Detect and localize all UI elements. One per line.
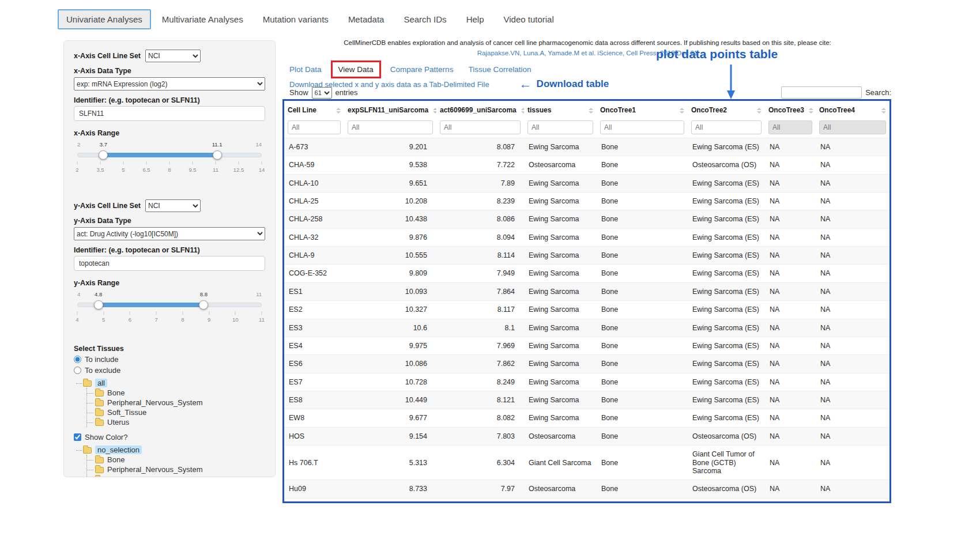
tab-help[interactable]: Help xyxy=(458,9,493,29)
table-cell: 7.89 xyxy=(436,174,524,192)
x-data-type-select[interactable]: exp: mRNA Expression (log2) xyxy=(74,77,265,90)
table-row: ES110.0937.864Ewing SarcomaBoneEwing Sar… xyxy=(284,282,889,300)
slider-tick-label: 9 xyxy=(208,316,210,323)
table-cell: NA xyxy=(816,498,889,503)
slider-tick-label: 7 xyxy=(154,316,157,323)
tab-metadata[interactable]: Metadata xyxy=(340,9,393,29)
slider-tick-label: 5 xyxy=(102,316,105,323)
table-cell: Bone xyxy=(597,409,688,427)
sort-icon[interactable] xyxy=(809,108,813,114)
tree-node-all[interactable]: all xyxy=(75,378,265,388)
slider-tick-label: 11 xyxy=(259,316,265,323)
tab-video-tutorial[interactable]: Video tutorial xyxy=(495,9,562,29)
filter-input-cell-line[interactable] xyxy=(288,120,341,134)
column-header-exp[interactable]: expSLFN11_uniSarcoma xyxy=(344,101,436,119)
tree-node-peripheral-nervous-system[interactable]: Peripheral_Nervous_System xyxy=(87,465,265,474)
tree-node-bone[interactable]: Bone xyxy=(87,388,265,398)
filter-input-oncotree2[interactable] xyxy=(691,120,762,134)
slider-handle-from[interactable] xyxy=(94,300,103,310)
subtab-tissue-correlation[interactable]: Tissue Correlation xyxy=(468,65,531,74)
tree-node-bone[interactable]: Bone xyxy=(87,455,265,465)
slider-tick-label: 11 xyxy=(213,167,218,173)
table-cell: 9.154 xyxy=(344,427,436,445)
show-color-checkbox[interactable] xyxy=(74,433,81,441)
folder-icon xyxy=(95,420,104,426)
column-header-tissues[interactable]: tissues xyxy=(524,101,597,119)
sort-icon[interactable] xyxy=(521,108,524,114)
y-identifier-input[interactable] xyxy=(74,256,265,271)
y-cell-line-set-select[interactable]: NCI xyxy=(145,199,201,212)
slider-handle-from[interactable] xyxy=(99,150,108,160)
citation-text: CellMinerCDB enables exploration and ana… xyxy=(284,38,891,48)
tab-mutation-variants[interactable]: Mutation variants xyxy=(254,9,337,29)
tree-node-peripheral-nervous-system[interactable]: Peripheral_Nervous_System xyxy=(87,398,265,407)
to-include-radio[interactable] xyxy=(74,356,81,363)
filter-input-oncotree1[interactable] xyxy=(600,120,684,134)
table-cell: NA xyxy=(816,247,889,265)
filter-input-act[interactable] xyxy=(440,120,521,134)
y-range-slider[interactable]: 4 11 4.8 8.8 4567891011 xyxy=(77,300,262,332)
subtab-plot-data[interactable]: Plot Data xyxy=(289,65,322,74)
table-cell: Bone xyxy=(597,192,688,210)
search-label: Search: xyxy=(865,88,891,97)
sort-icon[interactable] xyxy=(757,108,762,114)
entries-suffix-label: entries xyxy=(336,88,358,97)
y-data-type-select[interactable]: act: Drug Activity (-log10[IC50M]) xyxy=(74,227,265,240)
table-cell: 5.313 xyxy=(344,446,436,480)
search-input[interactable] xyxy=(781,86,862,99)
slider-handle-to[interactable] xyxy=(213,150,222,160)
table-body: A-6739.2018.087Ewing SarcomaBoneEwing Sa… xyxy=(284,138,889,503)
tab-multivariate-analyses[interactable]: Multivariate Analyses xyxy=(153,9,252,29)
to-exclude-radio[interactable] xyxy=(74,367,81,374)
x-range-to-label: 11.1 xyxy=(212,141,223,148)
table-cell: 8.082 xyxy=(436,409,524,427)
table-cell: 7.371 xyxy=(436,498,524,503)
table-row: EW89.6778.082Ewing SarcomaBoneEwing Sarc… xyxy=(284,409,889,427)
filter-input-tissues[interactable] xyxy=(527,120,593,134)
slider-tick-label: 6 xyxy=(129,316,131,323)
table-cell: Bone xyxy=(597,446,688,480)
table-cell: 7.862 xyxy=(436,355,524,373)
slider-handle-to[interactable] xyxy=(199,300,208,310)
column-header-oncotree4[interactable]: OncoTree4 xyxy=(816,101,889,119)
x-range-min-label: 2 xyxy=(77,141,80,148)
top-navigation: Univariate Analyses Multivariate Analyse… xyxy=(58,9,565,29)
table-cell: KHOS NP xyxy=(284,498,344,503)
tree-node-soft-tissue[interactable]: Soft_Tissue xyxy=(87,407,265,417)
tree-node-no-selection[interactable]: no_selection xyxy=(75,445,265,455)
sort-icon[interactable] xyxy=(589,108,593,114)
x-range-slider[interactable]: 2 14 3.7 11.1 23.556.589.51112.514 xyxy=(77,150,262,182)
column-header-oncotree1[interactable]: OncoTree1 xyxy=(597,101,688,119)
table-cell: NA xyxy=(816,355,889,373)
tab-search-ids[interactable]: Search IDs xyxy=(395,9,455,29)
column-header-cell-line[interactable]: Cell Line xyxy=(284,101,344,119)
table-cell: ES1 xyxy=(284,282,344,300)
folder-icon xyxy=(95,467,104,473)
table-cell: NA xyxy=(765,301,816,319)
filter-input-exp[interactable] xyxy=(348,120,433,134)
column-header-act[interactable]: act609699_uniSarcoma xyxy=(436,101,524,119)
column-header-oncotree3[interactable]: OncoTree3 xyxy=(765,101,816,119)
table-cell: 9.876 xyxy=(344,228,436,246)
sort-icon[interactable] xyxy=(336,108,341,114)
column-header-oncotree2[interactable]: OncoTree2 xyxy=(688,101,765,119)
table-cell: 7.969 xyxy=(436,337,524,354)
sort-icon[interactable] xyxy=(881,108,886,114)
table-cell: ES2 xyxy=(284,301,344,319)
x-cell-line-set-select[interactable]: NCI xyxy=(145,50,201,62)
table-row: ES710.7288.249Ewing SarcomaBoneEwing Sar… xyxy=(284,373,889,391)
x-identifier-input[interactable] xyxy=(74,106,265,121)
subtab-compare-patterns[interactable]: Compare Patterns xyxy=(390,65,454,74)
table-cell: Ewing Sarcoma xyxy=(524,228,597,246)
sort-icon[interactable] xyxy=(680,108,684,114)
table-cell: NA xyxy=(765,192,816,210)
tree-node-uterus[interactable]: Uterus xyxy=(87,417,265,427)
tree-node-soft-tissue[interactable]: Soft_Tissue xyxy=(87,474,265,477)
tab-univariate-analyses[interactable]: Univariate Analyses xyxy=(58,9,151,29)
sort-icon[interactable] xyxy=(433,108,436,114)
subtab-view-data[interactable]: View Data xyxy=(338,65,374,74)
select-tissues-heading: Select Tissues xyxy=(74,345,265,353)
y-data-type-label: y-Axis Data Type xyxy=(74,217,265,225)
table-cell: CHLA-25 xyxy=(284,192,344,210)
entries-select[interactable]: 61 xyxy=(312,87,332,99)
